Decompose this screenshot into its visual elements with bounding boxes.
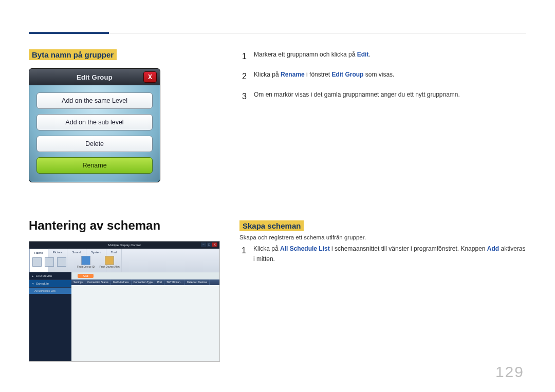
chevron-down-icon: ▾: [32, 282, 34, 285]
col-settings: Settings: [71, 279, 85, 285]
edit-keyword: Edit: [357, 51, 369, 58]
page-number: 129: [495, 363, 524, 381]
col-setid: SET ID Ran...: [164, 279, 185, 285]
fault-alert-label: Fault Device Alert: [99, 265, 120, 268]
fault-id-icon[interactable]: [81, 256, 90, 265]
add-sub-level-button[interactable]: Add on the sub level: [36, 114, 153, 130]
left-column: Byta namn på grupper Edit Group X Add on…: [29, 29, 219, 362]
ribbon-icon[interactable]: [57, 257, 66, 267]
add-same-level-button[interactable]: Add on the same Level: [36, 92, 153, 109]
sidebar: ▸LFD Device ▾Schedule All Schedule List: [29, 272, 71, 361]
app-title: Multiple Display Control: [108, 244, 140, 247]
step-text: Markera ett gruppnamn och klicka på Edit…: [254, 49, 371, 60]
add-button[interactable]: Add: [78, 274, 94, 278]
rename-button[interactable]: Rename: [36, 157, 153, 174]
create-steps: 1 Klicka på All Schedule List i schemaan…: [239, 244, 526, 265]
app-titlebar: Multiple Display Control – □ X: [29, 241, 219, 249]
col-detected: Detected Devices: [185, 279, 210, 285]
sidebar-item-lfd[interactable]: ▸LFD Device: [29, 272, 71, 280]
col-conntype: Connection Type: [132, 279, 155, 285]
step-text: Klicka på All Schedule List i schemaansn…: [253, 244, 526, 265]
create-desc: Skapa och registrera ett schema utifrån …: [239, 234, 526, 240]
sidebar-all-schedule-list[interactable]: All Schedule List: [29, 288, 71, 294]
maximize-icon[interactable]: □: [207, 242, 212, 247]
create-schedules-heading: Skapa scheman: [239, 220, 304, 231]
rename-keyword: Rename: [281, 71, 305, 78]
ribbon-icon[interactable]: [32, 257, 42, 267]
step-text: Klicka på Rename i fönstret Edit Group s…: [254, 69, 394, 80]
step-text: Om en markör visas i det gamla gruppnamn…: [254, 89, 460, 100]
ribbon-body: Fault Device ID Fault Device Alert: [32, 255, 216, 269]
step-number: 1: [239, 244, 246, 257]
right-column: 1 Markera ett gruppnamn och klicka på Ed…: [239, 29, 526, 362]
page-content: Byta namn på grupper Edit Group X Add on…: [29, 29, 526, 362]
step-row: 2 Klicka på Rename i fönstret Edit Group…: [239, 69, 526, 83]
edit-group-dialog: Edit Group X Add on the same Level Add o…: [29, 68, 160, 182]
close-window-icon[interactable]: X: [212, 242, 217, 247]
app-main: ▸LFD Device ▾Schedule All Schedule List …: [29, 272, 219, 361]
table-header: Settings Connection Status MAC Address C…: [71, 279, 219, 285]
table-body: [71, 285, 219, 361]
add-keyword: Add: [487, 245, 499, 252]
step-row: 1 Klicka på All Schedule List i schemaan…: [239, 244, 526, 265]
app-body: Add Settings Connection Status MAC Addre…: [71, 272, 219, 361]
minimize-icon[interactable]: –: [201, 242, 206, 247]
rename-groups-heading: Byta namn på grupper: [29, 49, 117, 60]
delete-button[interactable]: Delete: [36, 136, 153, 152]
step-row: 1 Markera ett gruppnamn och klicka på Ed…: [239, 49, 526, 63]
col-mac: MAC Address: [111, 279, 132, 285]
dialog-body: Add on the same Level Add on the sub lev…: [29, 85, 160, 182]
rename-steps: 1 Markera ett gruppnamn och klicka på Ed…: [239, 49, 526, 104]
mdc-app-screenshot: Multiple Display Control – □ X Home Pict…: [29, 241, 220, 362]
chevron-right-icon: ▸: [32, 274, 34, 277]
ribbon-icon[interactable]: [45, 257, 54, 267]
step-number: 1: [239, 49, 247, 63]
fault-alert-icon[interactable]: [105, 256, 114, 265]
sidebar-item-schedule[interactable]: ▾Schedule: [29, 280, 71, 288]
window-buttons: – □ X: [201, 242, 217, 247]
col-port: Port: [155, 279, 164, 285]
step-number: 2: [239, 69, 247, 83]
step-row: 3 Om en markör visas i det gamla gruppna…: [239, 89, 526, 103]
manage-schedules-heading: Hantering av scheman: [29, 218, 219, 233]
dialog-title: Edit Group: [77, 73, 113, 81]
step-number: 3: [239, 89, 247, 103]
header-rule-accent: [29, 32, 109, 34]
all-schedule-list-keyword: All Schedule List: [280, 245, 330, 252]
close-icon[interactable]: X: [143, 71, 157, 83]
app-toolbar: Add: [71, 272, 219, 279]
edit-group-keyword: Edit Group: [331, 71, 363, 78]
col-connstatus: Connection Status: [85, 279, 111, 285]
dialog-titlebar: Edit Group X: [29, 69, 160, 85]
fault-id-label: Fault Device ID: [76, 265, 96, 268]
